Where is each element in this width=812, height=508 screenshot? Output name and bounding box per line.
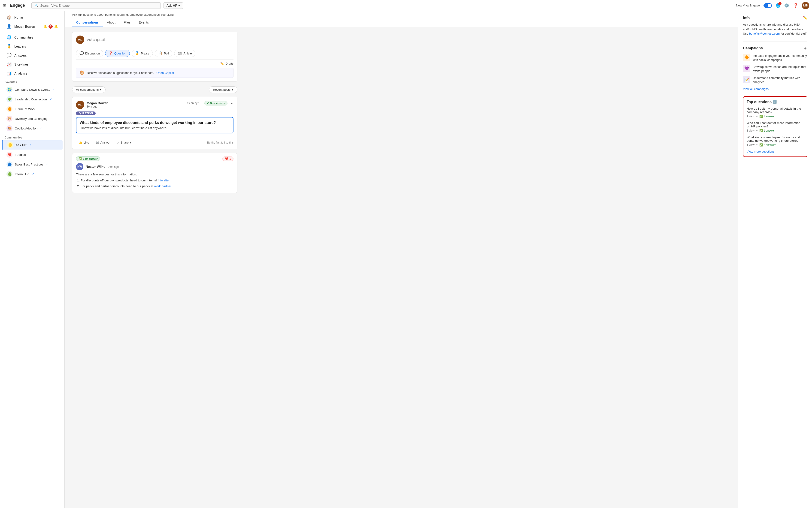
info-use-prefix: Use — [743, 32, 749, 35]
like-button[interactable]: 👍 Like — [76, 140, 92, 145]
leaders-icon: 🏅 — [6, 44, 11, 49]
open-copilot-link[interactable]: Open Copilot — [156, 71, 174, 75]
search-box[interactable]: 🔍 — [31, 2, 161, 9]
tq-2-text[interactable]: Who can I contact for more information o… — [747, 121, 804, 128]
sidebar-fav-company-news[interactable]: 🌍 Company News & Events ✓ — [2, 85, 63, 94]
sidebar-item-communities[interactable]: 🌐 Communities — [2, 33, 63, 42]
all-conversations-filter[interactable]: All conversations ▾ — [72, 86, 106, 93]
sidebar-fav-copilot[interactable]: 🎨 Copilot Adoption ✓ — [2, 124, 63, 133]
reply-list: For discounts off our own products, head… — [76, 178, 234, 188]
campaign-item-analytics: 📝 Understand community metrics with anal… — [743, 76, 807, 84]
community-description: Ask HR questions about benefits, learnin… — [72, 11, 731, 16]
tq-3-text[interactable]: What kinds of employee discounts and per… — [747, 135, 804, 142]
search-input[interactable] — [40, 4, 158, 7]
sidebar-item-leaders[interactable]: 🏅 Leaders — [2, 42, 63, 50]
reply-item-2: For perks and partner discounts head to … — [81, 184, 234, 188]
praise-icon: 🥇 — [135, 51, 139, 55]
community-foodies-label: Foodies — [15, 153, 26, 157]
post-body: QUESTION What kinds of employee discount… — [76, 111, 234, 133]
sidebar-community-ask-hr[interactable]: 🟡 Ask HR ✓ — [2, 140, 63, 150]
view-all-campaigns-link[interactable]: View all campaigns — [743, 87, 807, 91]
info-email-link[interactable]: benefits@contoso.com — [749, 32, 780, 35]
help-icon[interactable]: ❓ — [793, 3, 798, 8]
sidebar-home-label: Home — [14, 16, 58, 19]
tq-1-text[interactable]: How do I edit my personal details in the… — [747, 107, 804, 114]
best-answer-badge: ✓ Best answer — [204, 101, 228, 105]
copilot-icon: 🎨 — [6, 125, 12, 131]
type-poll[interactable]: 📋 Poll — [155, 50, 172, 57]
recent-posts-filter[interactable]: Recent posts ▾ — [209, 86, 237, 93]
sidebar-item-analytics[interactable]: 📊 Analytics — [2, 69, 63, 78]
post-title: What kinds of employee discounts and per… — [80, 121, 230, 125]
right-panel: Info ✏️ Ask questions, share info and di… — [738, 11, 812, 508]
sidebar-community-sales[interactable]: 🔵 Sales Best Practices ✓ — [2, 160, 63, 169]
sidebar-item-storylines[interactable]: 📈 Storylines — [2, 60, 63, 69]
answer-button[interactable]: 💬 Answer — [93, 140, 113, 145]
conversation-campaign-icon: 💜 — [743, 65, 750, 72]
type-question[interactable]: ❓ Question — [105, 50, 130, 57]
type-discussion[interactable]: 💬 Discussion — [76, 50, 103, 57]
add-campaign-icon[interactable]: ＋ — [803, 45, 807, 51]
notification-bell-icon[interactable]: 🔔 — [43, 25, 47, 28]
info-text: Ask questions, share info and discuss HS… — [743, 23, 807, 36]
sidebar-item-megan[interactable]: 👤 Megan Bowen 🔔 7 🔔 — [2, 22, 63, 31]
tq-2-answers: 1 answer — [764, 129, 775, 132]
community-header: Ask HR questions about benefits, learnin… — [65, 11, 738, 27]
post-user: MB Megan Bowen 36m ago — [76, 101, 108, 109]
be-first-text: Be the first to like this — [207, 141, 234, 144]
sidebar-community-foodies[interactable]: ❤️ Foodies — [2, 150, 63, 159]
settings-icon[interactable]: ⚙️ — [784, 3, 789, 8]
type-poll-label: Poll — [164, 52, 169, 55]
like-icon: 👍 — [79, 141, 82, 144]
tab-events[interactable]: Events — [135, 18, 153, 27]
campaign-item-conversation: 💜 Brew up conversation around topics tha… — [743, 65, 807, 73]
sidebar-community-intern-hub[interactable]: 🟢 Intern Hub ✓ — [2, 169, 63, 179]
compose-top: MB Ask a question — [76, 36, 234, 47]
sidebar-fav-leadership[interactable]: 💚 Leadership Connection ✓ — [2, 95, 63, 104]
edit-icon[interactable]: ✏️ — [803, 16, 807, 20]
type-article[interactable]: 📰 Article — [174, 50, 195, 57]
ask-hr-verified-icon: ✓ — [29, 143, 32, 146]
tab-conversations[interactable]: Conversations — [72, 18, 103, 27]
share-button[interactable]: ↗ Share ▾ — [114, 140, 134, 145]
sidebar-fav-future-work[interactable]: 🟠 Future of Work — [2, 104, 63, 114]
check-icon: ✓ — [207, 102, 209, 105]
new-engage-toggle[interactable] — [764, 3, 772, 8]
post-actions: 👍 Like 💬 Answer ↗ Share ▾ Be the first t… — [76, 137, 234, 145]
home-icon: 🏠 — [6, 15, 11, 20]
post-author-avatar: MB — [76, 101, 84, 109]
discussion-icon: 💬 — [79, 51, 84, 55]
check-circle-icon: ✅ — [79, 157, 82, 160]
check-circle-icon: ✅ — [759, 129, 763, 132]
tab-files[interactable]: Files — [120, 18, 135, 27]
copilot-banner: 🎨 Discover ideas and suggestions for you… — [76, 68, 234, 78]
question-icon: ❓ — [109, 51, 113, 55]
sidebar-item-home[interactable]: 🏠 Home — [2, 13, 63, 22]
post-more-button[interactable]: ⋯ — [229, 101, 234, 106]
compose-placeholder[interactable]: Ask a question — [87, 38, 234, 42]
user-avatar[interactable]: MB — [802, 2, 809, 9]
topbar: ⊞ Engage 🔍 Ask HR ▾ New Viva Engage 🌐 7 … — [0, 0, 812, 11]
type-praise[interactable]: 🥇 Praise — [132, 50, 153, 57]
top-question-1: How do I edit my personal details in the… — [747, 107, 804, 118]
ask-hr-button[interactable]: Ask HR ▾ — [163, 2, 183, 9]
share-label: Share — [121, 141, 129, 144]
fav-company-news-label: Company News & Events — [15, 88, 50, 91]
sales-icon: 🔵 — [6, 161, 12, 167]
tq-1-answered: ✅ 1 answer — [759, 115, 775, 118]
work-partner-link[interactable]: work partner — [154, 184, 171, 188]
globe-icon[interactable]: 🌐 7 — [775, 3, 781, 8]
notification-badge: 7 — [778, 2, 781, 5]
edit-icon: ✏️ — [220, 62, 224, 65]
notification-dot-icon[interactable]: 🔔 — [54, 25, 58, 28]
drafts-button[interactable]: ✏️ Drafts — [76, 59, 234, 65]
chevron-down-icon: ▾ — [178, 4, 180, 7]
sidebar-fav-diversity[interactable]: 🎨 Diversity and Belonging — [2, 114, 63, 123]
tab-about[interactable]: About — [103, 18, 120, 27]
intern-hub-icon: 🟢 — [6, 171, 12, 177]
grid-icon[interactable]: ⊞ — [3, 3, 6, 8]
view-more-questions-link[interactable]: View more questions — [747, 150, 804, 153]
sidebar-item-answers[interactable]: 💬 Answers — [2, 51, 63, 59]
info-site-link[interactable]: info site — [158, 179, 169, 182]
check-circle-icon: ✅ — [759, 143, 763, 146]
